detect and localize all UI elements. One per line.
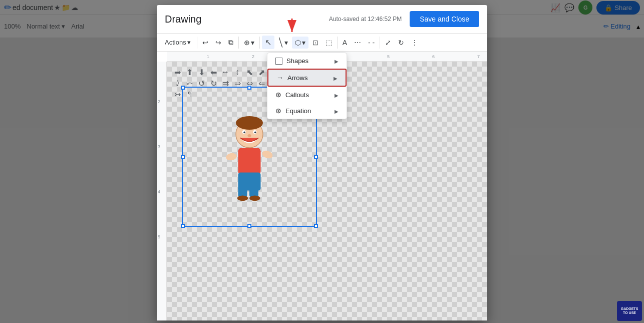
handle-middle-right[interactable] — [314, 155, 318, 159]
zoom-chevron: ▾ — [251, 39, 254, 47]
shape-curved-2[interactable]: ⤺ — [184, 78, 195, 89]
select-tool-button[interactable]: ↖ — [262, 36, 274, 49]
handle-bottom-middle[interactable] — [247, 224, 251, 228]
ruler-mark-7: 7 — [477, 54, 480, 59]
arrows-menu-item[interactable]: → Arrows — [267, 69, 347, 87]
svg-point-8 — [247, 134, 251, 137]
dialog-header: Drawing Auto-saved at 12:46:52 PM Save a… — [157, 5, 487, 34]
arrows-item-left: → Arrows — [276, 74, 307, 82]
more-button[interactable]: ⋮ — [408, 37, 421, 49]
ruler-mark-5: 5 — [387, 54, 390, 59]
shape-down-arrow[interactable]: ⬇ — [196, 67, 207, 78]
shapes-item-icon — [275, 58, 282, 65]
zoom-icon: ⊕ — [244, 39, 250, 47]
shapes-chevron-icon: ▾ — [302, 39, 305, 47]
callouts-item-left: ⊕ Callouts — [275, 91, 309, 99]
svg-point-10 — [225, 152, 237, 161]
undo-button[interactable]: ↩ — [199, 37, 211, 49]
equation-menu-item[interactable]: ⊕ Equation — [267, 103, 347, 119]
redo-button[interactable]: ↪ — [212, 37, 224, 49]
arrange-button[interactable]: ⤢ — [382, 37, 394, 49]
ruler-mark-6: 6 — [432, 54, 435, 59]
equation-item-left: ⊕ Equation — [275, 107, 311, 115]
save-close-button[interactable]: Save and Close — [410, 11, 479, 27]
callouts-item-label: Callouts — [285, 91, 309, 99]
shape-ul-arrow[interactable]: ⬉ — [244, 67, 255, 78]
shapes-arrow-icon — [335, 57, 339, 65]
rotate-button[interactable]: ↻ — [395, 37, 407, 49]
callouts-arrow-icon — [335, 91, 339, 99]
handle-middle-left[interactable] — [181, 155, 185, 159]
shape-double-r[interactable]: ⇉ — [220, 78, 231, 89]
handle-bottom-right[interactable] — [314, 224, 318, 228]
shape-curved-1[interactable]: ⤸ — [172, 78, 183, 89]
arrows-item-icon: → — [276, 74, 283, 82]
border-style-icon: - - — [368, 39, 375, 47]
undo-icon: ↩ — [202, 39, 208, 47]
line-tool-button[interactable]: ╱ ▾ — [275, 36, 291, 49]
actions-label: Actions — [165, 39, 186, 46]
actions-button[interactable]: Actions ▾ — [161, 37, 195, 48]
shape-lr-arrow[interactable]: ↔ — [220, 67, 231, 78]
table-button[interactable]: ⊡ — [309, 37, 321, 49]
drawing-dialog: Drawing Auto-saved at 12:46:52 PM Save a… — [157, 5, 487, 320]
character-svg — [219, 112, 279, 202]
shapes-item-label: Shapes — [286, 57, 308, 65]
border-style-button[interactable]: - - — [365, 37, 378, 49]
shape-ud-arrow[interactable]: ↕ — [232, 67, 243, 78]
shape-dbl-right[interactable]: ⇒ — [232, 78, 243, 89]
shape-dbl-lr[interactable]: ⇔ — [244, 78, 255, 89]
table-icon: ⊡ — [312, 39, 318, 47]
cursor-icon: ↖ — [265, 38, 271, 47]
text-color-button[interactable]: A — [340, 37, 350, 49]
shape-left-arrow[interactable]: ⬅ — [208, 67, 219, 78]
clone-button[interactable]: ⧉ — [225, 36, 236, 49]
more-icon: ⋮ — [411, 39, 418, 47]
watermark-text: GADGETSTO USE — [621, 307, 638, 315]
shape-notch-1[interactable]: ↣ — [172, 89, 183, 100]
ruler-v-mark-5: 5 — [158, 234, 160, 239]
handle-bottom-left[interactable] — [181, 224, 185, 228]
ruler-v-mark-3: 3 — [158, 144, 160, 149]
border-color-button[interactable]: ⋯ — [351, 37, 364, 49]
shape-up-arrow[interactable]: ⬆ — [184, 67, 195, 78]
svg-point-3 — [236, 116, 263, 130]
zoom-button[interactable]: ⊕ ▾ — [241, 37, 257, 49]
toolbar-divider-1 — [197, 37, 197, 49]
equation-arrow-icon — [335, 107, 339, 115]
callouts-menu-item[interactable]: ⊕ Callouts — [267, 87, 347, 103]
shapes-icon: ⬡ — [295, 39, 301, 47]
shapes-menu-item[interactable]: Shapes — [267, 53, 347, 69]
dialog-autosave: Auto-saved at 12:46:52 PM — [329, 16, 402, 23]
shape-notch-2[interactable]: ↰ — [184, 89, 195, 100]
watermark: GADGETSTO USE — [617, 301, 642, 321]
dialog-toolbar: Actions ▾ ↩ ↪ ⧉ ⊕ ▾ ↖ ╱ ▾ ⬡ — [157, 34, 487, 52]
shapes-tool-button[interactable]: ⬡ ▾ — [292, 37, 308, 49]
toolbar-divider-5 — [380, 37, 380, 49]
arrows-item-label: Arrows — [287, 74, 307, 82]
svg-point-6 — [243, 132, 245, 134]
shape-dbl-left[interactable]: ⇐ — [256, 78, 267, 89]
border-color-icon: ⋯ — [354, 39, 361, 47]
svg-point-16 — [249, 195, 260, 201]
ruler-mark-2: 2 — [252, 54, 254, 59]
shapes-dropdown: Shapes → Arrows ⊕ Callouts — [267, 53, 347, 119]
clone-icon: ⧉ — [228, 38, 233, 47]
shape-cw[interactable]: ↻ — [208, 78, 219, 89]
svg-rect-9 — [238, 148, 261, 175]
rotate-icon: ↻ — [398, 39, 404, 47]
shape-ccw[interactable]: ↺ — [196, 78, 207, 89]
equation-item-icon: ⊕ — [275, 107, 281, 115]
dialog-title: Drawing — [165, 14, 201, 25]
image-button[interactable]: ⬚ — [323, 37, 335, 49]
ruler-v-mark-2: 2 — [158, 99, 160, 104]
toolbar-divider-3 — [259, 37, 260, 49]
arrows-arrow-icon — [334, 74, 338, 82]
image-icon: ⬚ — [326, 39, 332, 47]
equation-item-label: Equation — [285, 107, 311, 115]
toolbar-divider-4 — [337, 37, 338, 49]
svg-point-11 — [261, 149, 273, 160]
text-color-icon: A — [343, 39, 347, 47]
shape-right-arrow[interactable]: ➡ — [172, 67, 183, 78]
shape-ur-arrow[interactable]: ⬈ — [256, 67, 267, 78]
